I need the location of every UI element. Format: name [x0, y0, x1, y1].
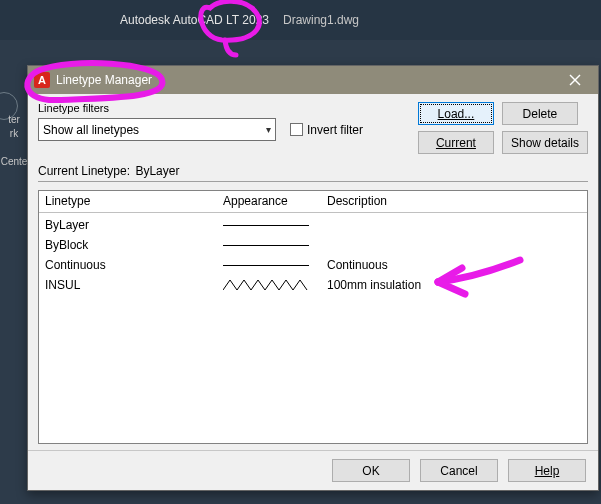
col-description[interactable]: Description	[321, 191, 587, 212]
list-row[interactable]: ByLayer	[39, 215, 587, 235]
linetype-desc: Continuous	[321, 258, 587, 272]
app-titlebar: Autodesk AutoCAD LT 2023 Drawing1.dwg	[0, 0, 601, 40]
dialog-titlebar[interactable]: A Linetype Manager	[28, 66, 598, 94]
help-button[interactable]: Help	[508, 459, 586, 482]
list-row[interactable]: Continuous Continuous	[39, 255, 587, 275]
linetype-filter-combo[interactable]: Show all linetypes ▾	[38, 118, 276, 141]
linetype-name: ByLayer	[39, 218, 217, 232]
dialog-title: Linetype Manager	[56, 73, 558, 87]
cancel-button[interactable]: Cancel	[420, 459, 498, 482]
linetype-name: Continuous	[39, 258, 217, 272]
appearance-cell	[217, 238, 321, 252]
list-header[interactable]: Linetype Appearance Description	[39, 191, 587, 213]
autocad-logo-icon: A	[34, 72, 50, 88]
solid-line-icon	[223, 218, 309, 232]
col-appearance[interactable]: Appearance	[217, 191, 321, 212]
invert-filter-label: Invert filter	[307, 123, 363, 137]
col-linetype[interactable]: Linetype	[39, 191, 217, 212]
linetype-name: INSUL	[39, 278, 217, 292]
current-linetype-line: Current Linetype: ByLayer	[38, 164, 588, 182]
app-title: Autodesk AutoCAD LT 2023	[120, 13, 269, 27]
list-row[interactable]: ByBlock	[39, 235, 587, 255]
invert-filter-checkbox[interactable]: Invert filter	[290, 123, 363, 137]
close-icon	[569, 74, 581, 86]
list-rows: ByLayer ByBlock Continuous Continuous IN…	[39, 213, 587, 297]
current-linetype-value: ByLayer	[135, 164, 179, 178]
ok-button[interactable]: OK	[332, 459, 410, 482]
delete-button[interactable]: Delete	[502, 102, 578, 125]
checkbox-box	[290, 123, 303, 136]
solid-line-icon	[223, 258, 309, 272]
linetype-manager-dialog: A Linetype Manager Linetype filters Show…	[27, 65, 599, 491]
palette-stub-2: rk	[0, 128, 28, 140]
linetype-desc: 100mm insulation	[321, 278, 587, 292]
close-button[interactable]	[558, 68, 592, 92]
dialog-body: Linetype filters Show all linetypes ▾ In…	[28, 94, 598, 450]
app-file-name: Drawing1.dwg	[283, 13, 359, 27]
chevron-down-icon: ▾	[266, 124, 271, 135]
show-details-button[interactable]: Show details	[502, 131, 588, 154]
linetype-list[interactable]: Linetype Appearance Description ByLayer …	[38, 190, 588, 444]
palette-stub-1: ter	[0, 114, 28, 126]
dialog-footer: OK Cancel Help	[28, 450, 598, 490]
insulation-line-icon	[223, 278, 309, 292]
solid-line-icon	[223, 238, 309, 252]
current-linetype-label: Current Linetype:	[38, 164, 130, 178]
current-button[interactable]: Current	[418, 131, 494, 154]
load-button[interactable]: Load...	[418, 102, 494, 125]
appearance-cell	[217, 278, 321, 292]
appearance-cell	[217, 218, 321, 232]
filters-label: Linetype filters	[38, 102, 410, 114]
linetype-name: ByBlock	[39, 238, 217, 252]
list-row[interactable]: INSUL 100mm insulation	[39, 275, 587, 295]
appearance-cell	[217, 258, 321, 272]
combo-value: Show all linetypes	[43, 123, 139, 137]
palette-stub-3: Cente	[0, 156, 28, 168]
